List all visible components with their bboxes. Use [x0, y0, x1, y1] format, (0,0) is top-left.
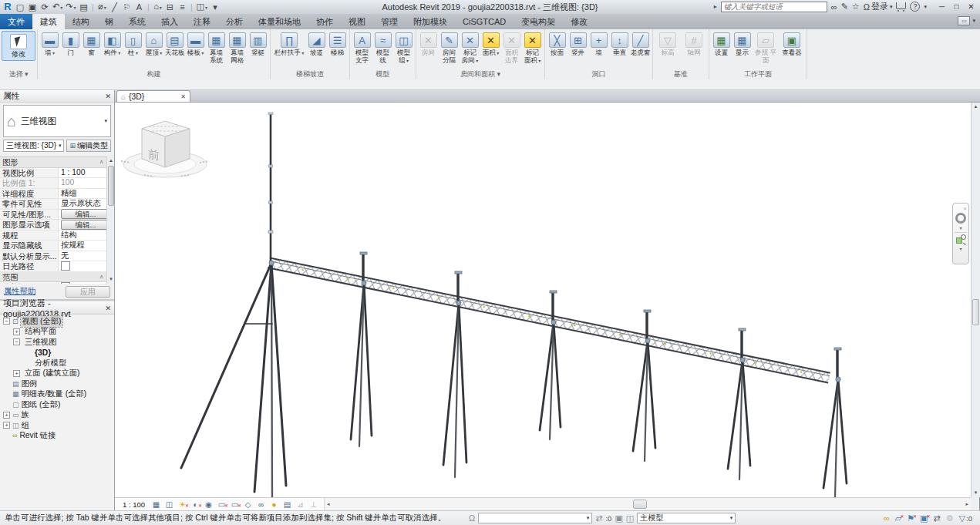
ribbon-button[interactable]: A模型 文字 — [352, 31, 372, 64]
property-row[interactable]: 比例值 1: 100 — [0, 178, 106, 189]
modify-button[interactable]: 修改 — [2, 31, 35, 61]
tree-expander-icon[interactable] — [13, 370, 20, 377]
property-row[interactable]: 日光路径 — [0, 261, 106, 272]
ribbon-button[interactable]: ╱老虎窗 — [630, 31, 651, 57]
active-design-option-combo[interactable]: 主模型▾ — [637, 513, 736, 523]
undo-icon[interactable]: ↶ — [52, 1, 62, 13]
redo-icon[interactable]: ↷ — [66, 1, 76, 13]
background-processes-icon[interactable]: ⚙ — [946, 513, 954, 523]
hscroll-left-icon[interactable]: ◂ — [325, 501, 332, 507]
tree-item[interactable]: 结构平面 — [0, 327, 114, 338]
ribbon-button[interactable]: ▯柱 — [123, 31, 143, 58]
ribbon-tab[interactable]: 钢 — [97, 14, 121, 29]
zoom-icon[interactable] — [956, 234, 966, 244]
ribbon-button[interactable]: ▮门 — [60, 31, 81, 57]
ribbon-button[interactable]: ✕面积 边界 — [501, 31, 522, 64]
hide-analytical-model-icon[interactable]: ⊿ — [295, 500, 306, 510]
sync-with-central-icon[interactable]: ⟳ — [40, 2, 49, 12]
tree-item[interactable]: 三维视图 — [0, 337, 114, 348]
scroll-up-icon[interactable]: ▲ — [107, 156, 115, 165]
ribbon-button[interactable]: #轴网 — [681, 31, 707, 57]
view-tab-close-icon[interactable]: ✕ — [180, 93, 186, 100]
property-row[interactable]: 详细程度 精细 — [0, 189, 106, 200]
view-scale-button[interactable]: 1 : 100 — [120, 500, 148, 509]
reveal-constraints-icon[interactable]: ⊥ — [308, 500, 319, 510]
aligned-dimension-icon[interactable]: ╱ — [109, 2, 119, 12]
ribbon-button[interactable]: ▬楼板 — [185, 31, 206, 58]
ribbon-button[interactable]: ✕面积 — [480, 31, 501, 58]
property-row[interactable]: 默认分析显示... 无 — [0, 251, 106, 262]
zoom-dropdown-icon[interactable]: ▾ — [959, 246, 961, 251]
ribbon-button[interactable]: ≈模型 线 — [372, 31, 393, 64]
ribbon-tab[interactable]: CiSGTCAD — [455, 14, 514, 29]
design-options-edit-icon[interactable]: ◫ — [626, 513, 634, 523]
ribbon-button[interactable]: ▥竖梃 — [248, 31, 268, 57]
drawing-canvas[interactable]: 前 ✕ ▾ ▾ — [115, 103, 971, 497]
default-3d-view-icon[interactable]: ⌂ — [153, 1, 162, 13]
rendering-dialog-icon[interactable]: ◉ — [203, 500, 214, 510]
shadows-off-icon[interactable]: ◐ — [190, 500, 201, 510]
ribbon-button[interactable]: ✕房间 — [418, 31, 439, 57]
switch-windows-icon[interactable]: ◫ — [196, 1, 207, 13]
search-expand-icon[interactable]: ▸ — [714, 3, 717, 10]
ribbon-button[interactable]: ▦幕墙 系统 — [206, 31, 227, 64]
help-search-input[interactable] — [721, 2, 827, 12]
ribbon-button[interactable]: ⊞竖井 — [567, 31, 588, 57]
navigation-bar[interactable]: ✕ ▾ ▾ — [952, 203, 969, 264]
ribbon-button[interactable]: ▽标高 — [655, 31, 681, 57]
properties-scrollbar[interactable]: ▲ ▼ — [106, 156, 114, 284]
ribbon-button[interactable]: ▱参照 平面 — [753, 31, 779, 64]
tree-expander-icon[interactable] — [13, 338, 20, 345]
customize-qat-icon[interactable]: ▾ — [210, 2, 220, 12]
ribbon-tab[interactable]: 注释 — [186, 14, 218, 29]
properties-close-icon[interactable]: ✕ — [105, 93, 111, 100]
ribbon-button[interactable]: ◧构件 — [102, 31, 123, 58]
thin-lines-icon[interactable]: ≡ — [177, 2, 187, 12]
property-row[interactable]: 视图比例 1 : 100 — [0, 168, 106, 179]
crop-region-off-icon[interactable]: ▭ — [229, 500, 241, 510]
ribbon-button[interactable]: ⌂屋顶 — [143, 31, 164, 58]
tree-expander-icon[interactable] — [3, 422, 10, 429]
ribbon-button[interactable]: ∏栏杆扶手 — [272, 31, 306, 58]
tree-expander-icon[interactable] — [3, 318, 10, 325]
sign-in-button[interactable]: Ω登录▾ — [864, 1, 893, 12]
print-icon[interactable]: ▤ — [79, 2, 88, 12]
ribbon-tab[interactable]: 系统 — [121, 14, 153, 29]
sun-path-off-icon[interactable]: ☀ — [177, 500, 188, 510]
separator[interactable]: | — [91, 2, 94, 12]
drag-elements-on-selection-icon[interactable]: ⇄ — [934, 513, 941, 523]
tree-expander-icon[interactable] — [13, 328, 20, 335]
view-cube[interactable]: 前 — [115, 103, 215, 195]
type-selector[interactable]: ⌂ 三维视图 ▾ — [3, 105, 111, 137]
steering-wheel-icon[interactable] — [955, 213, 966, 224]
ribbon-button[interactable]: ▦窗 — [81, 31, 102, 57]
communication-center-icon[interactable]: ✎ — [841, 2, 848, 12]
crop-view-off-icon[interactable]: ▭ — [216, 500, 227, 510]
ribbon-button[interactable]: +墙 — [588, 31, 609, 57]
tree-item[interactable]: 分析模型 — [0, 358, 114, 369]
tree-item[interactable]: ◫ 组 — [0, 420, 114, 431]
property-row[interactable]: 规程 结构 — [0, 231, 106, 241]
ribbon-button[interactable]: ☰楼梯 — [327, 31, 348, 57]
search-icon[interactable]: ∞ — [831, 2, 837, 12]
ribbon-button[interactable]: ◢坡道 — [306, 31, 327, 57]
edit-type-button[interactable]: ⊞编辑类型 — [66, 140, 111, 152]
horizontal-scrollbar[interactable] — [332, 498, 964, 510]
ribbon-collapse-control[interactable]: ▭▾ — [958, 16, 975, 25]
ribbon-group-label[interactable]: 房间和面积 ▾ — [418, 69, 543, 79]
help-dropdown-icon[interactable]: ▾ — [924, 4, 927, 10]
help-icon[interactable]: ? — [910, 2, 920, 12]
unlocked-3d-view-icon[interactable]: ◇ — [242, 500, 254, 510]
tree-expander-icon[interactable] — [3, 412, 10, 419]
tree-item[interactable]: {3D} — [0, 348, 114, 358]
separator[interactable]: | — [190, 2, 193, 12]
select-links-icon[interactable]: ∞ — [884, 513, 890, 523]
tag-by-category-icon[interactable]: ⚐ — [122, 2, 131, 12]
hscroll-right-icon[interactable]: ▸ — [963, 501, 971, 507]
minimize-button[interactable]: ─ — [935, 2, 948, 12]
temporary-view-properties-icon[interactable]: ▤ — [281, 500, 293, 510]
tree-item[interactable]: ▤ 图例 — [0, 379, 114, 389]
properties-help-link[interactable]: 属性帮助 — [4, 286, 35, 297]
ribbon-button[interactable]: ◫模型 组 — [393, 31, 414, 65]
open-icon[interactable]: ▢ — [15, 2, 25, 12]
